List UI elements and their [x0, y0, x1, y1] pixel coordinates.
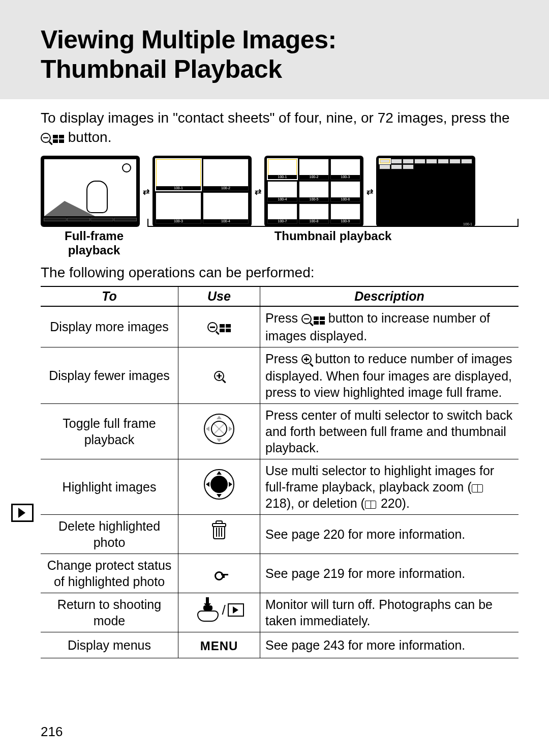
t: 218), or deletion (: [265, 496, 365, 510]
intro-text-2: button.: [64, 129, 111, 145]
cell-cap: 100-2: [203, 186, 248, 190]
table-row: Display menus MENU See page 243 for more…: [41, 632, 518, 658]
page-ref-icon: [365, 501, 376, 509]
table-row: Highlight images Use multi selector to h…: [41, 459, 518, 515]
illustration-captions: Full-frame playback Thumbnail playback: [41, 229, 518, 257]
op-to: Display more images: [41, 306, 178, 347]
t: Use multi selector to highlight images f…: [265, 463, 494, 494]
op-desc: Monitor will turn off. Photographs can b…: [260, 593, 519, 632]
op-desc: Press button to reduce number of images …: [260, 347, 519, 403]
op-to: Return to shooting mode: [41, 593, 178, 632]
title-line-2: Thumbnail Playback: [41, 55, 282, 83]
screen-full-frame: [41, 156, 140, 227]
op-desc: See page 220 for more information.: [260, 515, 519, 554]
playback-illustration: ⇄ 100-1 100-2 100-3 100-4 ⇄ 100-1 100-2 …: [41, 156, 518, 227]
caption-thumbnail: Thumbnail playback: [274, 229, 392, 243]
page-ref-icon: [472, 484, 483, 492]
cell-cap: 100-2: [299, 175, 328, 179]
col-use: Use: [178, 286, 260, 306]
trash-icon: [213, 526, 225, 539]
menu-button-icon: MENU: [200, 639, 238, 653]
op-desc: Press center of multi selector to switch…: [260, 404, 519, 459]
zoom-in-icon: [214, 366, 224, 386]
page-header: Viewing Multiple Images: Thumbnail Playb…: [0, 0, 549, 99]
arrow-icon: ⇄: [367, 156, 373, 227]
op-to: Display menus: [41, 632, 178, 658]
screen-4-thumbs: 100-1 100-2 100-3 100-4: [152, 156, 252, 227]
arrow-icon: ⇄: [143, 156, 149, 227]
table-row: Delete highlighted photo See page 220 fo…: [41, 515, 518, 554]
col-to: To: [41, 286, 178, 306]
op-to: Delete highlighted photo: [41, 515, 178, 554]
operations-intro: The following operations can be performe…: [41, 265, 518, 281]
table-row: Display fewer images Press button to red…: [41, 347, 518, 403]
col-desc: Description: [260, 286, 519, 306]
intro-paragraph: To display images in "contact sheets" of…: [41, 108, 518, 148]
operations-table: To Use Description Display more images P…: [41, 286, 518, 658]
zoom-in-icon: [301, 352, 312, 368]
op-to: Highlight images: [41, 459, 178, 515]
cell-cap: 100-1: [156, 186, 201, 190]
zoom-out-thumbnail-icon: [301, 311, 325, 328]
op-desc: See page 219 for more information.: [260, 554, 519, 593]
cell-cap: 100-5: [299, 197, 328, 201]
page-number: 216: [41, 724, 63, 740]
op-desc: Use multi selector to highlight images f…: [260, 459, 519, 515]
op-desc: Press button to increase number of image…: [260, 306, 519, 347]
shutter-button-icon: [194, 598, 220, 622]
op-use: /: [178, 593, 260, 632]
cell-cap: 100-4: [268, 197, 297, 201]
intro-text-1: To display images in "contact sheets" of…: [41, 110, 510, 126]
zoom-out-thumbnail-icon: [207, 317, 231, 337]
title-line-1: Viewing Multiple Images:: [41, 25, 337, 54]
table-row: Change protect status of highlighted pho…: [41, 554, 518, 593]
t: Press: [265, 352, 301, 366]
multi-selector-center-icon: [204, 414, 234, 444]
cell-cap: 100-6: [331, 197, 360, 201]
table-row: Toggle full frame playback Press center …: [41, 404, 518, 459]
table-row: Return to shooting mode / Monitor will t…: [41, 593, 518, 632]
op-use: [178, 459, 260, 515]
zoom-out-thumbnail-icon: [41, 129, 64, 148]
op-use: [178, 554, 260, 593]
op-to: Toggle full frame playback: [41, 404, 178, 459]
op-use: [178, 306, 260, 347]
protect-key-icon: [215, 570, 224, 579]
arrow-icon: ⇄: [255, 156, 261, 227]
t: Press: [265, 311, 301, 325]
multi-selector-dpad-icon: [204, 469, 234, 500]
op-to: Display fewer images: [41, 347, 178, 403]
playback-button-icon: [228, 603, 244, 617]
op-use: MENU: [178, 632, 260, 658]
screen-9-thumbs: 100-1 100-2 100-3 100-4 100-5 100-6 100-…: [264, 156, 363, 227]
op-use: [178, 347, 260, 403]
table-row: Display more images Press button to incr…: [41, 306, 518, 347]
op-to: Change protect status of highlighted pho…: [41, 554, 178, 593]
page-title: Viewing Multiple Images: Thumbnail Playb…: [41, 25, 518, 84]
caption-full-frame: Full-frame playback: [41, 229, 147, 257]
shutter-or-play-icon: /: [194, 598, 243, 622]
screen-72-thumbs: 100-1: [376, 156, 475, 227]
op-use: [178, 404, 260, 459]
op-desc: See page 243 for more information.: [260, 632, 519, 658]
playback-chapter-icon: [11, 504, 34, 522]
op-use: [178, 515, 260, 554]
cell-cap: 100-3: [331, 175, 360, 179]
cell-cap: 100-1: [268, 175, 297, 179]
t: 220).: [377, 496, 410, 510]
